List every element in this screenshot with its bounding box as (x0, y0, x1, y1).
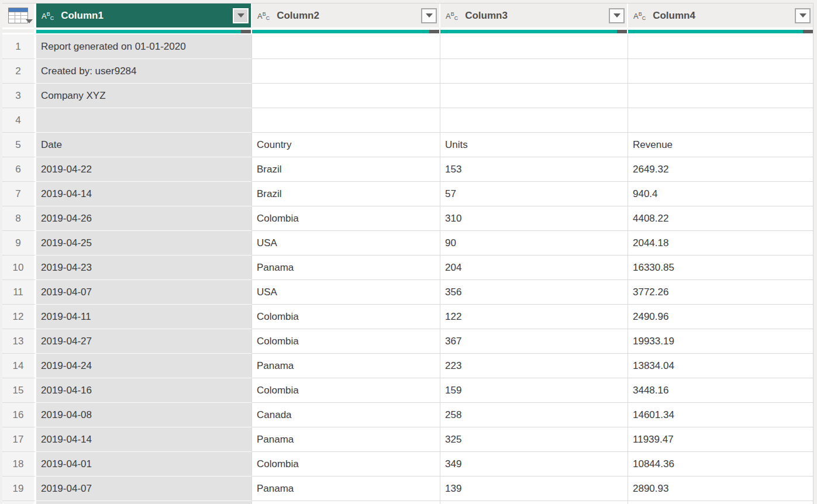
row-number[interactable]: 19 (2, 477, 36, 501)
cell[interactable]: 2019-04-14 (36, 182, 252, 206)
cell[interactable]: Panama (252, 354, 440, 378)
row-number[interactable]: 4 (2, 108, 36, 133)
cell[interactable]: 349 (440, 452, 628, 477)
cell[interactable]: 2019-04-07 (36, 477, 252, 501)
row-number[interactable]: 7 (2, 182, 36, 206)
cell[interactable]: 3448.16 (628, 378, 813, 403)
cell[interactable]: Units (440, 133, 628, 157)
cell[interactable]: Colombia (252, 329, 440, 354)
cell[interactable]: Colombia (252, 452, 440, 477)
cell[interactable]: 2019-04-01 (36, 452, 252, 477)
column-header-column3[interactable]: ABC Column3 (440, 4, 628, 27)
cell[interactable]: 2019-04-08 (36, 403, 252, 427)
cell[interactable]: 2890.93 (628, 477, 813, 501)
row-number[interactable]: 9 (2, 231, 36, 256)
cell[interactable]: 2490.96 (628, 305, 813, 329)
cell[interactable] (36, 501, 252, 504)
cell[interactable]: 122 (440, 305, 628, 329)
cell[interactable]: USA (252, 231, 440, 256)
cell[interactable]: 10844.36 (628, 452, 813, 477)
cell[interactable]: 940.4 (628, 182, 813, 206)
cell[interactable]: 310 (440, 206, 628, 231)
cell[interactable] (440, 501, 628, 504)
table-menu-button[interactable] (2, 4, 36, 27)
cell[interactable] (440, 84, 628, 108)
cell[interactable]: Panama (252, 477, 440, 501)
cell[interactable]: Company XYZ (36, 84, 252, 108)
cell[interactable] (252, 108, 440, 133)
row-number[interactable]: 15 (2, 378, 36, 403)
cell[interactable] (440, 34, 628, 59)
filter-dropdown-button[interactable] (795, 8, 811, 23)
cell[interactable]: 2019-04-16 (36, 378, 252, 403)
cell[interactable] (440, 108, 628, 133)
cell[interactable]: 2019-04-23 (36, 256, 252, 280)
cell[interactable]: Panama (252, 427, 440, 452)
row-number[interactable]: 10 (2, 256, 36, 280)
cell[interactable]: 153 (440, 157, 628, 182)
cell[interactable] (252, 501, 440, 504)
cell[interactable]: Colombia (252, 206, 440, 231)
cell[interactable]: 367 (440, 329, 628, 354)
row-number[interactable]: 1 (2, 34, 36, 59)
cell[interactable]: Report generated on 01-01-2020 (36, 34, 252, 59)
row-number[interactable] (2, 501, 36, 504)
cell[interactable]: 4408.22 (628, 206, 813, 231)
cell[interactable]: 14601.34 (628, 403, 813, 427)
row-number[interactable]: 8 (2, 206, 36, 231)
cell[interactable] (440, 59, 628, 84)
cell[interactable]: 13834.04 (628, 354, 813, 378)
cell[interactable]: Canada (252, 403, 440, 427)
row-number[interactable]: 18 (2, 452, 36, 477)
row-number[interactable]: 13 (2, 329, 36, 354)
filter-dropdown-button[interactable] (233, 8, 249, 23)
cell[interactable]: 16330.85 (628, 256, 813, 280)
cell[interactable]: 2019-04-22 (36, 157, 252, 182)
cell[interactable]: 325 (440, 427, 628, 452)
cell[interactable]: 19933.19 (628, 329, 813, 354)
cell[interactable]: 356 (440, 280, 628, 305)
cell[interactable]: 159 (440, 378, 628, 403)
row-number[interactable]: 12 (2, 305, 36, 329)
cell[interactable]: 90 (440, 231, 628, 256)
cell[interactable] (252, 59, 440, 84)
cell[interactable]: Date (36, 133, 252, 157)
row-number[interactable]: 3 (2, 84, 36, 108)
cell[interactable]: Colombia (252, 378, 440, 403)
cell[interactable]: 204 (440, 256, 628, 280)
filter-dropdown-button[interactable] (421, 8, 437, 23)
filter-dropdown-button[interactable] (609, 8, 625, 23)
cell[interactable]: 2019-04-25 (36, 231, 252, 256)
cell[interactable] (628, 501, 813, 504)
cell[interactable]: 2019-04-24 (36, 354, 252, 378)
cell[interactable]: Created by: user9284 (36, 59, 252, 84)
cell[interactable]: 3772.26 (628, 280, 813, 305)
cell[interactable]: 2019-04-27 (36, 329, 252, 354)
cell[interactable]: 139 (440, 477, 628, 501)
cell[interactable] (252, 34, 440, 59)
cell[interactable]: 2649.32 (628, 157, 813, 182)
cell[interactable]: 11939.47 (628, 427, 813, 452)
column-header-column1[interactable]: ABC Column1 (36, 4, 252, 27)
cell[interactable]: 2019-04-07 (36, 280, 252, 305)
cell[interactable]: Revenue (628, 133, 813, 157)
cell[interactable]: 223 (440, 354, 628, 378)
row-number[interactable]: 2 (2, 59, 36, 84)
cell[interactable]: USA (252, 280, 440, 305)
cell[interactable]: 2019-04-11 (36, 305, 252, 329)
cell[interactable]: 2019-04-26 (36, 206, 252, 231)
cell[interactable]: 57 (440, 182, 628, 206)
cell[interactable] (628, 84, 813, 108)
column-header-column4[interactable]: ABC Column4 (628, 4, 813, 27)
cell[interactable]: Country (252, 133, 440, 157)
row-number[interactable]: 14 (2, 354, 36, 378)
cell[interactable] (628, 34, 813, 59)
cell[interactable]: Colombia (252, 305, 440, 329)
cell[interactable]: Brazil (252, 182, 440, 206)
cell[interactable]: 258 (440, 403, 628, 427)
cell[interactable] (628, 108, 813, 133)
cell[interactable] (36, 108, 252, 133)
row-number[interactable]: 6 (2, 157, 36, 182)
column-header-column2[interactable]: ABC Column2 (252, 4, 440, 27)
row-number[interactable]: 5 (2, 133, 36, 157)
